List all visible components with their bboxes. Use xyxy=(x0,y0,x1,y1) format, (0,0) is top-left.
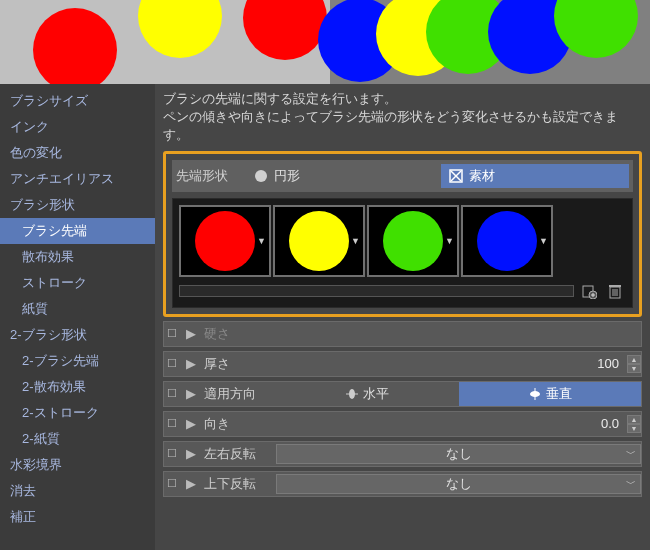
disclosure-icon[interactable]: ▶ xyxy=(184,386,198,401)
row-checkbox[interactable]: ☐ xyxy=(164,447,180,460)
direction-value[interactable]: 0.0 xyxy=(276,416,623,431)
direction-vertical-button[interactable]: 垂直 xyxy=(459,382,642,406)
direction-horizontal-button[interactable]: 水平 xyxy=(276,382,459,406)
svg-point-2 xyxy=(243,0,327,60)
panel-description: ブラシの先端に関する設定を行います。 ペンの傾きや向きによってブラシ先端の形状を… xyxy=(163,90,642,145)
sidebar-item-10[interactable]: 2-ブラシ先端 xyxy=(0,348,155,374)
tip-preview-circle xyxy=(477,211,537,271)
brush-tip-3[interactable]: ▼ xyxy=(461,205,553,277)
horizontal-icon xyxy=(345,387,359,401)
row-checkbox[interactable]: ☐ xyxy=(164,357,180,370)
category-sidebar: ブラシサイズインク色の変化アンチエイリアスブラシ形状ブラシ先端散布効果ストローク… xyxy=(0,84,155,550)
tip-dropdown-icon[interactable]: ▼ xyxy=(257,236,267,246)
disclosure-icon[interactable]: ▶ xyxy=(184,326,198,341)
sidebar-item-13[interactable]: 2-紙質 xyxy=(0,426,155,452)
direction-label: 向き xyxy=(202,415,272,433)
sidebar-item-4[interactable]: ブラシ形状 xyxy=(0,192,155,218)
flip-vertical-select[interactable]: なし ﹀ xyxy=(276,474,641,494)
tip-preview-circle xyxy=(195,211,255,271)
tip-preview-circle xyxy=(289,211,349,271)
vertical-icon xyxy=(528,387,542,401)
sidebar-item-2[interactable]: 色の変化 xyxy=(0,140,155,166)
tip-dropdown-icon[interactable]: ▼ xyxy=(539,236,549,246)
sidebar-item-14[interactable]: 水彩境界 xyxy=(0,452,155,478)
brush-tip-2[interactable]: ▼ xyxy=(367,205,459,277)
hardness-label: 硬さ xyxy=(202,325,272,343)
flip-horizontal-row: ☐ ▶ 左右反転 なし ﹀ xyxy=(163,441,642,467)
disclosure-icon[interactable]: ▶ xyxy=(184,356,198,371)
brush-tip-0[interactable]: ▼ xyxy=(179,205,271,277)
sidebar-item-15[interactable]: 消去 xyxy=(0,478,155,504)
sidebar-item-1[interactable]: インク xyxy=(0,114,155,140)
row-checkbox[interactable]: ☐ xyxy=(164,477,180,490)
sidebar-item-12[interactable]: 2-ストローク xyxy=(0,400,155,426)
tip-shape-circle-button[interactable]: 円形 xyxy=(246,164,435,188)
sidebar-item-0[interactable]: ブラシサイズ xyxy=(0,88,155,114)
flip-horizontal-select[interactable]: なし ﹀ xyxy=(276,444,641,464)
thickness-row: ☐ ▶ 厚さ 100 ▲▼ xyxy=(163,351,642,377)
row-checkbox[interactable]: ☐ xyxy=(164,417,180,430)
material-icon xyxy=(449,169,463,183)
chevron-down-icon: ﹀ xyxy=(626,447,636,461)
flip-vertical-row: ☐ ▶ 上下反転 なし ﹀ xyxy=(163,471,642,497)
svg-point-8 xyxy=(255,170,267,182)
sidebar-item-9[interactable]: 2-ブラシ形状 xyxy=(0,322,155,348)
tip-shape-highlight: 先端形状 円形 素材 ▼▼▼▼ xyxy=(163,151,642,317)
thickness-label: 厚さ xyxy=(202,355,272,373)
sidebar-item-3[interactable]: アンチエイリアス xyxy=(0,166,155,192)
brush-tips-list: ▼▼▼▼ xyxy=(172,198,633,308)
tip-shape-label: 先端形状 xyxy=(176,167,240,185)
sidebar-item-11[interactable]: 2-散布効果 xyxy=(0,374,155,400)
add-tip-button[interactable] xyxy=(578,281,600,301)
svg-point-1 xyxy=(138,0,222,58)
tip-shape-material-button[interactable]: 素材 xyxy=(441,164,630,188)
tips-scrollbar[interactable] xyxy=(179,285,574,297)
tip-dropdown-icon[interactable]: ▼ xyxy=(351,236,361,246)
flip-vertical-label: 上下反転 xyxy=(202,475,272,493)
tip-shape-row: 先端形状 円形 素材 xyxy=(172,160,633,192)
brush-preview-canvas xyxy=(0,0,650,84)
tip-preview-circle xyxy=(383,211,443,271)
tip-dropdown-icon[interactable]: ▼ xyxy=(445,236,455,246)
apply-direction-label: 適用方向 xyxy=(202,385,272,403)
direction-row: ☐ ▶ 向き 0.0 ▲▼ xyxy=(163,411,642,437)
sidebar-item-5[interactable]: ブラシ先端 xyxy=(0,218,155,244)
svg-rect-20 xyxy=(609,285,621,287)
hardness-row: ☐ ▶ 硬さ xyxy=(163,321,642,347)
circle-icon xyxy=(254,169,268,183)
sidebar-item-6[interactable]: 散布効果 xyxy=(0,244,155,270)
svg-point-22 xyxy=(349,389,355,399)
flip-horizontal-label: 左右反転 xyxy=(202,445,272,463)
sidebar-item-16[interactable]: 補正 xyxy=(0,504,155,530)
chevron-down-icon: ﹀ xyxy=(626,477,636,491)
thickness-spinner[interactable]: ▲▼ xyxy=(627,355,641,373)
disclosure-icon[interactable]: ▶ xyxy=(184,446,198,461)
canvas-strokes xyxy=(0,0,650,84)
disclosure-icon[interactable]: ▶ xyxy=(184,476,198,491)
svg-point-0 xyxy=(33,8,117,84)
thickness-value[interactable]: 100 xyxy=(276,356,623,371)
brush-tip-1[interactable]: ▼ xyxy=(273,205,365,277)
sidebar-item-8[interactable]: 紙質 xyxy=(0,296,155,322)
direction-spinner[interactable]: ▲▼ xyxy=(627,415,641,433)
row-checkbox[interactable]: ☐ xyxy=(164,387,180,400)
sidebar-item-7[interactable]: ストローク xyxy=(0,270,155,296)
settings-panel: ブラシの先端に関する設定を行います。 ペンの傾きや向きによってブラシ先端の形状を… xyxy=(155,84,650,550)
disclosure-icon[interactable]: ▶ xyxy=(184,416,198,431)
delete-tip-button[interactable] xyxy=(604,281,626,301)
apply-direction-row: ☐ ▶ 適用方向 水平 垂直 xyxy=(163,381,642,407)
svg-point-24 xyxy=(530,391,540,397)
row-checkbox[interactable]: ☐ xyxy=(164,327,180,340)
